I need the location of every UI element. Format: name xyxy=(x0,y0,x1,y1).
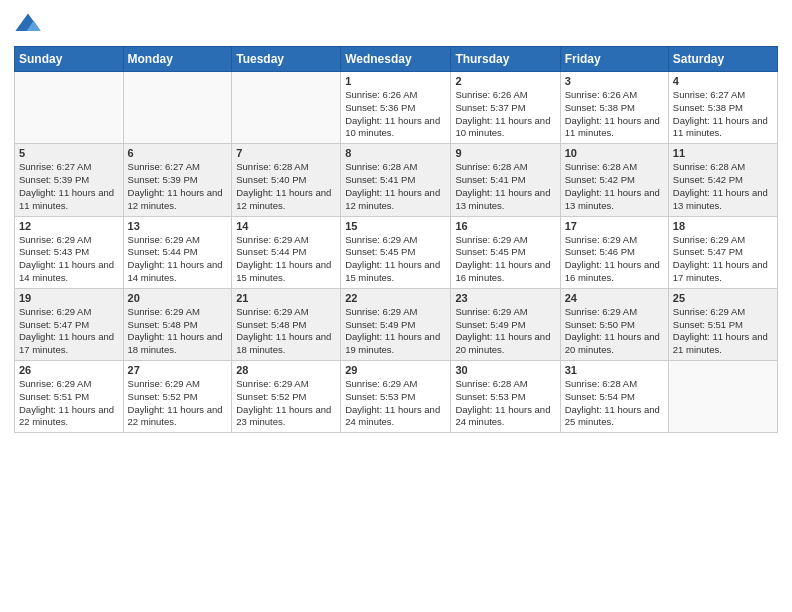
cell-content: Sunset: 5:54 PM xyxy=(565,391,664,404)
calendar-cell: 3Sunrise: 6:26 AMSunset: 5:38 PMDaylight… xyxy=(560,72,668,144)
cell-content: Daylight: 11 hours and 16 minutes. xyxy=(455,259,555,285)
cell-content: Sunrise: 6:29 AM xyxy=(565,306,664,319)
cell-content: Sunset: 5:41 PM xyxy=(455,174,555,187)
cell-content: Sunset: 5:37 PM xyxy=(455,102,555,115)
day-header-monday: Monday xyxy=(123,47,232,72)
cell-content: Sunrise: 6:29 AM xyxy=(565,234,664,247)
day-number: 25 xyxy=(673,292,773,304)
cell-content: Sunrise: 6:28 AM xyxy=(565,378,664,391)
cell-content: Sunset: 5:44 PM xyxy=(236,246,336,259)
cell-content: Daylight: 11 hours and 19 minutes. xyxy=(345,331,446,357)
calendar-cell: 23Sunrise: 6:29 AMSunset: 5:49 PMDayligh… xyxy=(451,288,560,360)
cell-content: Sunset: 5:36 PM xyxy=(345,102,446,115)
cell-content: Daylight: 11 hours and 11 minutes. xyxy=(673,115,773,141)
cell-content: Daylight: 11 hours and 22 minutes. xyxy=(128,404,228,430)
day-number: 13 xyxy=(128,220,228,232)
cell-content: Sunrise: 6:28 AM xyxy=(455,378,555,391)
cell-content: Daylight: 11 hours and 14 minutes. xyxy=(128,259,228,285)
day-header-saturday: Saturday xyxy=(668,47,777,72)
cell-content: Daylight: 11 hours and 15 minutes. xyxy=(345,259,446,285)
calendar-cell: 5Sunrise: 6:27 AMSunset: 5:39 PMDaylight… xyxy=(15,144,124,216)
day-number: 28 xyxy=(236,364,336,376)
cell-content: Daylight: 11 hours and 12 minutes. xyxy=(236,187,336,213)
cell-content: Sunset: 5:42 PM xyxy=(565,174,664,187)
cell-content: Sunset: 5:39 PM xyxy=(128,174,228,187)
cell-content: Sunset: 5:40 PM xyxy=(236,174,336,187)
cell-content: Sunset: 5:51 PM xyxy=(19,391,119,404)
calendar-cell: 10Sunrise: 6:28 AMSunset: 5:42 PMDayligh… xyxy=(560,144,668,216)
day-number: 5 xyxy=(19,147,119,159)
cell-content: Sunrise: 6:26 AM xyxy=(565,89,664,102)
cell-content: Sunrise: 6:28 AM xyxy=(673,161,773,174)
day-header-tuesday: Tuesday xyxy=(232,47,341,72)
cell-content: Sunset: 5:44 PM xyxy=(128,246,228,259)
cell-content: Sunset: 5:45 PM xyxy=(345,246,446,259)
calendar-cell: 19Sunrise: 6:29 AMSunset: 5:47 PMDayligh… xyxy=(15,288,124,360)
calendar-cell: 30Sunrise: 6:28 AMSunset: 5:53 PMDayligh… xyxy=(451,361,560,433)
cell-content: Daylight: 11 hours and 24 minutes. xyxy=(345,404,446,430)
calendar-cell xyxy=(232,72,341,144)
cell-content: Daylight: 11 hours and 12 minutes. xyxy=(345,187,446,213)
cell-content: Sunrise: 6:29 AM xyxy=(455,306,555,319)
day-number: 15 xyxy=(345,220,446,232)
cell-content: Sunrise: 6:29 AM xyxy=(128,234,228,247)
calendar-cell: 14Sunrise: 6:29 AMSunset: 5:44 PMDayligh… xyxy=(232,216,341,288)
day-number: 1 xyxy=(345,75,446,87)
cell-content: Daylight: 11 hours and 16 minutes. xyxy=(565,259,664,285)
cell-content: Daylight: 11 hours and 13 minutes. xyxy=(455,187,555,213)
day-number: 6 xyxy=(128,147,228,159)
day-number: 22 xyxy=(345,292,446,304)
day-number: 2 xyxy=(455,75,555,87)
cell-content: Daylight: 11 hours and 22 minutes. xyxy=(19,404,119,430)
day-number: 20 xyxy=(128,292,228,304)
calendar-week-2: 5Sunrise: 6:27 AMSunset: 5:39 PMDaylight… xyxy=(15,144,778,216)
calendar-cell: 15Sunrise: 6:29 AMSunset: 5:45 PMDayligh… xyxy=(341,216,451,288)
cell-content: Daylight: 11 hours and 10 minutes. xyxy=(345,115,446,141)
cell-content: Sunrise: 6:27 AM xyxy=(673,89,773,102)
cell-content: Sunset: 5:42 PM xyxy=(673,174,773,187)
calendar-cell: 21Sunrise: 6:29 AMSunset: 5:48 PMDayligh… xyxy=(232,288,341,360)
cell-content: Sunset: 5:45 PM xyxy=(455,246,555,259)
calendar-cell: 6Sunrise: 6:27 AMSunset: 5:39 PMDaylight… xyxy=(123,144,232,216)
cell-content: Daylight: 11 hours and 13 minutes. xyxy=(673,187,773,213)
day-number: 14 xyxy=(236,220,336,232)
cell-content: Daylight: 11 hours and 13 minutes. xyxy=(565,187,664,213)
cell-content: Sunset: 5:51 PM xyxy=(673,319,773,332)
cell-content: Daylight: 11 hours and 14 minutes. xyxy=(19,259,119,285)
day-number: 10 xyxy=(565,147,664,159)
cell-content: Sunrise: 6:29 AM xyxy=(345,378,446,391)
cell-content: Sunset: 5:53 PM xyxy=(455,391,555,404)
cell-content: Sunrise: 6:28 AM xyxy=(345,161,446,174)
calendar-week-3: 12Sunrise: 6:29 AMSunset: 5:43 PMDayligh… xyxy=(15,216,778,288)
cell-content: Daylight: 11 hours and 23 minutes. xyxy=(236,404,336,430)
cell-content: Sunrise: 6:29 AM xyxy=(128,306,228,319)
day-number: 23 xyxy=(455,292,555,304)
cell-content: Daylight: 11 hours and 17 minutes. xyxy=(673,259,773,285)
cell-content: Sunrise: 6:29 AM xyxy=(345,234,446,247)
cell-content: Sunrise: 6:27 AM xyxy=(128,161,228,174)
cell-content: Daylight: 11 hours and 17 minutes. xyxy=(19,331,119,357)
cell-content: Sunset: 5:38 PM xyxy=(673,102,773,115)
cell-content: Sunset: 5:49 PM xyxy=(345,319,446,332)
day-number: 11 xyxy=(673,147,773,159)
cell-content: Daylight: 11 hours and 15 minutes. xyxy=(236,259,336,285)
cell-content: Sunset: 5:47 PM xyxy=(673,246,773,259)
calendar-cell: 26Sunrise: 6:29 AMSunset: 5:51 PMDayligh… xyxy=(15,361,124,433)
cell-content: Sunset: 5:46 PM xyxy=(565,246,664,259)
cell-content: Daylight: 11 hours and 24 minutes. xyxy=(455,404,555,430)
cell-content: Sunset: 5:49 PM xyxy=(455,319,555,332)
cell-content: Daylight: 11 hours and 25 minutes. xyxy=(565,404,664,430)
cell-content: Sunset: 5:52 PM xyxy=(236,391,336,404)
cell-content: Sunrise: 6:29 AM xyxy=(19,378,119,391)
day-number: 4 xyxy=(673,75,773,87)
calendar-cell: 11Sunrise: 6:28 AMSunset: 5:42 PMDayligh… xyxy=(668,144,777,216)
cell-content: Sunset: 5:48 PM xyxy=(236,319,336,332)
calendar-week-4: 19Sunrise: 6:29 AMSunset: 5:47 PMDayligh… xyxy=(15,288,778,360)
cell-content: Daylight: 11 hours and 18 minutes. xyxy=(128,331,228,357)
cell-content: Daylight: 11 hours and 20 minutes. xyxy=(455,331,555,357)
day-number: 8 xyxy=(345,147,446,159)
day-header-sunday: Sunday xyxy=(15,47,124,72)
day-number: 18 xyxy=(673,220,773,232)
calendar-cell: 27Sunrise: 6:29 AMSunset: 5:52 PMDayligh… xyxy=(123,361,232,433)
cell-content: Sunrise: 6:29 AM xyxy=(345,306,446,319)
